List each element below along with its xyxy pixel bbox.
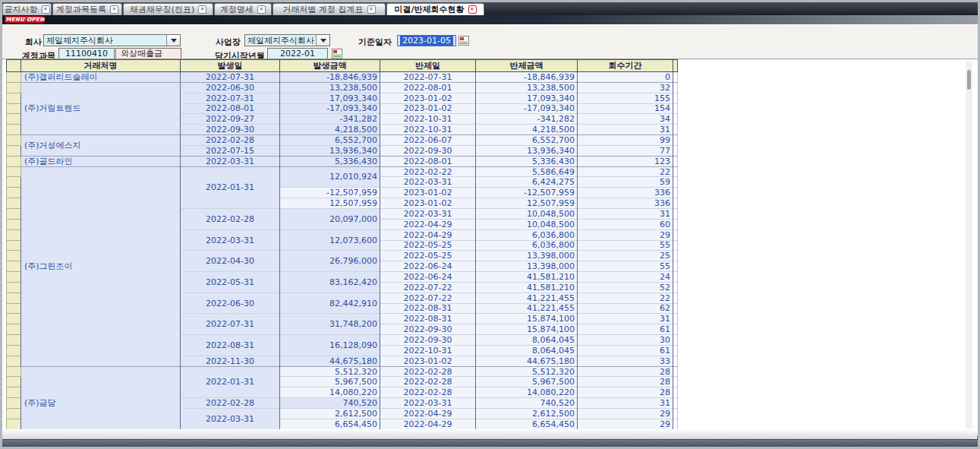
settle-amount-cell[interactable]: 740,520 — [476, 398, 578, 409]
settle-amount-cell[interactable]: 6,036,800 — [476, 240, 578, 251]
row-selector[interactable] — [7, 135, 21, 146]
settle-amount-cell[interactable]: -18,846,939 — [476, 72, 578, 83]
occur-amount-cell[interactable]: -341,282 — [280, 114, 380, 125]
settle-amount-cell[interactable]: 4,218,500 — [476, 125, 578, 135]
row-selector[interactable] — [7, 103, 21, 114]
occur-amount-cell[interactable]: 17,093,340 — [280, 93, 380, 103]
settle-amount-cell[interactable]: 2,612,500 — [476, 409, 578, 419]
row-selector[interactable] — [7, 72, 21, 83]
settle-date-cell[interactable]: 2022-03-31 — [380, 398, 476, 409]
scrollbar-thumb[interactable] — [967, 70, 971, 90]
collect-days-cell[interactable]: 155 — [578, 93, 673, 103]
settle-amount-cell[interactable]: 17,093,340 — [476, 93, 578, 103]
row-selector[interactable] — [7, 292, 21, 303]
row-selector[interactable] — [7, 314, 21, 324]
tab-customer-account-summary[interactable]: 거래처별 계정 집계표 ✕ — [273, 3, 386, 15]
occur-date-cell[interactable]: 2022-07-31 — [181, 72, 280, 83]
settle-date-cell[interactable]: 2022-04-29 — [380, 419, 476, 429]
row-selector[interactable] — [7, 166, 21, 177]
occur-amount-cell[interactable]: -12,507,959 — [280, 188, 380, 198]
occur-date-cell[interactable]: 2022-03-31 — [181, 156, 280, 166]
occur-date-cell[interactable]: 2022-06-30 — [181, 292, 280, 314]
settle-amount-cell[interactable]: 44,675,180 — [476, 356, 578, 366]
collect-days-cell[interactable]: 22 — [578, 166, 673, 177]
settle-date-cell[interactable]: 2022-03-31 — [380, 177, 476, 188]
collect-days-cell[interactable]: 31 — [578, 208, 673, 219]
settle-amount-cell[interactable]: 5,967,500 — [476, 377, 578, 387]
settle-date-cell[interactable]: 2022-03-31 — [380, 208, 476, 219]
customer-name-cell[interactable]: (주)골드라인 — [21, 156, 181, 166]
tab-close-icon[interactable]: ✕ — [198, 5, 206, 14]
settle-date-cell[interactable]: 2022-08-01 — [380, 156, 476, 166]
settle-amount-cell[interactable]: -17,093,340 — [476, 103, 578, 114]
settle-date-cell[interactable]: 2022-04-29 — [380, 229, 476, 240]
occur-date-cell[interactable]: 2022-03-31 — [181, 229, 280, 251]
settle-date-cell[interactable]: 2022-10-31 — [380, 114, 476, 125]
row-selector[interactable] — [7, 303, 21, 314]
collect-days-cell[interactable]: 59 — [578, 177, 673, 188]
occur-amount-cell[interactable]: 4,218,500 — [280, 125, 380, 135]
customer-name-cell[interactable]: (주)그린조이 — [21, 166, 181, 366]
collect-days-cell[interactable]: 336 — [578, 188, 673, 198]
occur-date-cell[interactable]: 2022-11-30 — [181, 356, 280, 366]
collect-days-cell[interactable]: 31 — [578, 314, 673, 324]
settle-date-cell[interactable]: 2022-10-31 — [380, 125, 476, 135]
row-selector[interactable] — [7, 324, 21, 335]
settle-amount-cell[interactable]: 8,064,045 — [476, 335, 578, 346]
row-selector[interactable] — [7, 229, 21, 240]
settle-amount-cell[interactable]: 5,512,320 — [476, 366, 578, 377]
settle-amount-cell[interactable]: 41,221,455 — [476, 292, 578, 303]
collect-days-cell[interactable]: 123 — [578, 156, 673, 166]
row-selector[interactable] — [7, 188, 21, 198]
settle-amount-cell[interactable]: 6,424,275 — [476, 177, 578, 188]
occur-amount-cell[interactable]: 13,936,340 — [280, 145, 380, 156]
settle-amount-cell[interactable]: 5,586,649 — [476, 166, 578, 177]
settle-amount-cell[interactable]: 15,874,100 — [476, 324, 578, 335]
row-selector[interactable] — [7, 366, 21, 377]
occur-amount-cell[interactable]: -17,093,340 — [280, 103, 380, 114]
settle-date-cell[interactable]: 2022-09-30 — [380, 335, 476, 346]
settle-date-cell[interactable]: 2022-06-24 — [380, 272, 476, 283]
settle-date-cell[interactable]: 2023-01-02 — [380, 93, 476, 103]
row-selector[interactable] — [7, 114, 21, 125]
settle-amount-cell[interactable]: 5,336,430 — [476, 156, 578, 166]
occur-date-cell[interactable]: 2022-07-31 — [181, 314, 280, 335]
settle-amount-cell[interactable]: -12,507,959 — [476, 188, 578, 198]
occur-date-cell[interactable]: 2022-07-31 — [181, 93, 280, 103]
company-select[interactable]: 제일제지주식회사 — [43, 34, 181, 46]
account-name-input[interactable]: 외상매출금 — [115, 48, 181, 59]
occur-date-cell[interactable]: 2022-02-28 — [181, 135, 280, 146]
row-selector[interactable] — [7, 125, 21, 135]
settle-amount-cell[interactable]: 41,581,210 — [476, 282, 578, 292]
settle-date-cell[interactable]: 2023-01-02 — [380, 103, 476, 114]
occur-amount-cell[interactable]: 12,507,959 — [280, 198, 380, 209]
settle-date-cell[interactable]: 2022-02-28 — [380, 377, 476, 387]
settle-amount-cell[interactable]: 12,507,959 — [476, 198, 578, 209]
menu-open-button[interactable]: MENU OPEN — [5, 16, 46, 24]
tab-close-icon[interactable]: ✕ — [257, 5, 266, 14]
settle-amount-cell[interactable]: 41,581,210 — [476, 272, 578, 283]
settle-date-cell[interactable]: 2022-08-31 — [380, 303, 476, 314]
occur-amount-cell[interactable]: -18,846,939 — [280, 72, 380, 83]
settle-date-cell[interactable]: 2022-02-28 — [380, 366, 476, 377]
customer-name-cell[interactable]: (주)거성에스지 — [21, 135, 181, 157]
occur-amount-cell[interactable]: 26,796,000 — [280, 251, 380, 272]
row-selector[interactable] — [7, 398, 21, 409]
settle-date-cell[interactable]: 2022-06-24 — [380, 261, 476, 272]
occur-date-cell[interactable]: 2022-03-31 — [181, 409, 280, 430]
settle-date-cell[interactable]: 2022-05-25 — [380, 240, 476, 251]
row-selector[interactable] — [7, 345, 21, 356]
occur-amount-cell[interactable]: 13,238,500 — [280, 82, 380, 93]
settle-date-cell[interactable]: 2022-04-29 — [380, 219, 476, 229]
settle-amount-cell[interactable]: 10,048,500 — [476, 219, 578, 229]
row-selector[interactable] — [7, 156, 21, 166]
collect-days-cell[interactable]: 55 — [578, 240, 673, 251]
settle-date-cell[interactable]: 2023-01-02 — [380, 198, 476, 209]
collect-days-cell[interactable]: 62 — [578, 303, 673, 314]
settle-date-cell[interactable]: 2022-05-25 — [380, 251, 476, 261]
tab-close-icon[interactable]: ✕ — [468, 5, 477, 14]
settle-amount-cell[interactable]: 6,036,800 — [476, 229, 578, 240]
settle-date-cell[interactable]: 2022-02-22 — [380, 166, 476, 177]
collect-days-cell[interactable]: 154 — [578, 103, 673, 114]
row-selector[interactable] — [7, 145, 21, 156]
